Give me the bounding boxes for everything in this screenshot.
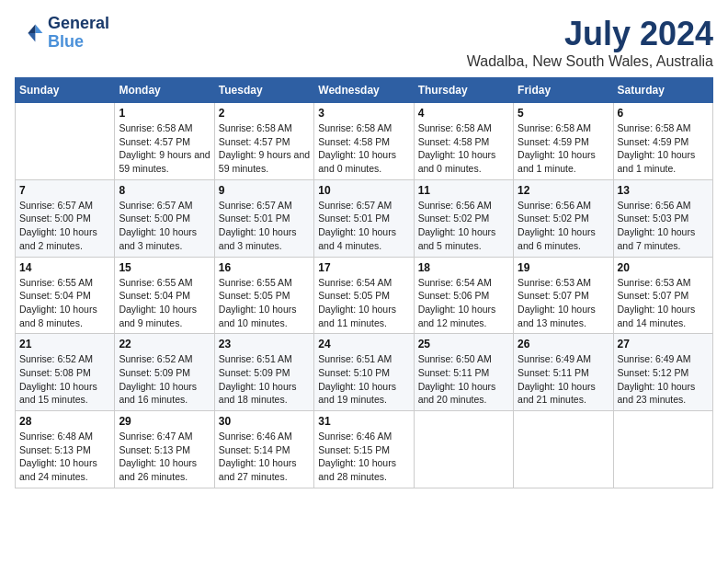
day-info: Sunrise: 6:57 AMSunset: 5:00 PMDaylight:… — [19, 199, 110, 253]
calendar-cell: 23Sunrise: 6:51 AMSunset: 5:09 PMDayligh… — [214, 334, 313, 411]
day-number: 21 — [19, 338, 110, 350]
calendar-cell: 18Sunrise: 6:54 AMSunset: 5:06 PMDayligh… — [414, 257, 513, 334]
calendar-week-5: 28Sunrise: 6:48 AMSunset: 5:13 PMDayligh… — [16, 411, 713, 488]
calendar-cell: 27Sunrise: 6:49 AMSunset: 5:12 PMDayligh… — [613, 334, 712, 411]
day-info: Sunrise: 6:53 AMSunset: 5:07 PMDaylight:… — [518, 276, 609, 330]
day-info: Sunrise: 6:58 AMSunset: 4:57 PMDaylight:… — [219, 121, 310, 176]
day-number: 4 — [418, 107, 509, 120]
day-number: 29 — [119, 415, 210, 428]
day-info: Sunrise: 6:49 AMSunset: 5:11 PMDaylight:… — [518, 352, 609, 407]
calendar-cell — [16, 103, 115, 180]
day-info: Sunrise: 6:47 AMSunset: 5:13 PMDaylight:… — [119, 430, 210, 484]
day-info: Sunrise: 6:51 AMSunset: 5:10 PMDaylight:… — [318, 352, 409, 407]
calendar-cell: 4Sunrise: 6:58 AMSunset: 4:58 PMDaylight… — [414, 103, 513, 180]
header-day-friday: Friday — [514, 78, 613, 103]
calendar-cell: 22Sunrise: 6:52 AMSunset: 5:09 PMDayligh… — [115, 334, 214, 411]
location-title: Wadalba, New South Wales, Australia — [467, 53, 713, 70]
day-info: Sunrise: 6:58 AMSunset: 4:58 PMDaylight:… — [318, 121, 409, 176]
calendar-cell: 14Sunrise: 6:55 AMSunset: 5:04 PMDayligh… — [16, 257, 115, 334]
day-info: Sunrise: 6:58 AMSunset: 4:57 PMDaylight:… — [119, 121, 210, 176]
day-number: 3 — [318, 107, 409, 120]
title-block: July 2024 Wadalba, New South Wales, Aust… — [467, 15, 713, 70]
calendar-week-2: 7Sunrise: 6:57 AMSunset: 5:00 PMDaylight… — [16, 179, 713, 257]
day-info: Sunrise: 6:52 AMSunset: 5:09 PMDaylight:… — [119, 352, 210, 407]
logo-line2: Blue — [48, 33, 109, 52]
calendar-cell: 21Sunrise: 6:52 AMSunset: 5:08 PMDayligh… — [16, 334, 115, 411]
calendar-cell: 15Sunrise: 6:55 AMSunset: 5:04 PMDayligh… — [115, 257, 214, 334]
calendar-header: SundayMondayTuesdayWednesdayThursdayFrid… — [16, 78, 713, 103]
day-info: Sunrise: 6:46 AMSunset: 5:14 PMDaylight:… — [219, 430, 310, 484]
day-info: Sunrise: 6:48 AMSunset: 5:13 PMDaylight:… — [19, 430, 110, 484]
day-info: Sunrise: 6:57 AMSunset: 5:01 PMDaylight:… — [318, 199, 409, 253]
day-number: 18 — [418, 261, 509, 274]
calendar-cell: 3Sunrise: 6:58 AMSunset: 4:58 PMDaylight… — [314, 103, 414, 180]
calendar-cell — [514, 411, 613, 488]
header-day-tuesday: Tuesday — [214, 78, 313, 103]
day-info: Sunrise: 6:54 AMSunset: 5:06 PMDaylight:… — [418, 276, 509, 330]
header-row: SundayMondayTuesdayWednesdayThursdayFrid… — [16, 78, 713, 103]
day-number: 10 — [318, 184, 409, 197]
day-info: Sunrise: 6:58 AMSunset: 4:58 PMDaylight:… — [418, 121, 509, 176]
day-number: 14 — [19, 261, 110, 274]
calendar-cell: 12Sunrise: 6:56 AMSunset: 5:02 PMDayligh… — [514, 179, 613, 257]
calendar-week-1: 1Sunrise: 6:58 AMSunset: 4:57 PMDaylight… — [16, 103, 713, 180]
svg-marker-0 — [35, 24, 42, 33]
logo-line1: General — [48, 15, 109, 33]
day-number: 16 — [219, 261, 310, 274]
logo-text: General Blue — [48, 15, 109, 52]
day-number: 26 — [518, 338, 609, 350]
day-info: Sunrise: 6:56 AMSunset: 5:03 PMDaylight:… — [618, 199, 709, 253]
day-number: 25 — [418, 338, 509, 350]
day-number: 15 — [119, 261, 210, 274]
calendar-cell: 6Sunrise: 6:58 AMSunset: 4:59 PMDaylight… — [613, 103, 712, 180]
calendar-cell: 7Sunrise: 6:57 AMSunset: 5:00 PMDaylight… — [16, 179, 115, 257]
day-info: Sunrise: 6:55 AMSunset: 5:04 PMDaylight:… — [119, 276, 210, 330]
day-number: 8 — [119, 184, 210, 197]
calendar-week-3: 14Sunrise: 6:55 AMSunset: 5:04 PMDayligh… — [16, 257, 713, 334]
day-number: 2 — [219, 107, 310, 120]
day-number: 24 — [318, 338, 409, 350]
day-number: 20 — [618, 261, 709, 274]
calendar-cell: 5Sunrise: 6:58 AMSunset: 4:59 PMDaylight… — [514, 103, 613, 180]
month-title: July 2024 — [467, 15, 713, 53]
calendar-cell: 25Sunrise: 6:50 AMSunset: 5:11 PMDayligh… — [414, 334, 513, 411]
calendar-cell: 16Sunrise: 6:55 AMSunset: 5:05 PMDayligh… — [214, 257, 313, 334]
day-info: Sunrise: 6:56 AMSunset: 5:02 PMDaylight:… — [418, 199, 509, 253]
day-number: 9 — [219, 184, 310, 197]
calendar-cell: 26Sunrise: 6:49 AMSunset: 5:11 PMDayligh… — [514, 334, 613, 411]
day-info: Sunrise: 6:57 AMSunset: 5:01 PMDaylight:… — [219, 199, 310, 253]
calendar-table: SundayMondayTuesdayWednesdayThursdayFrid… — [15, 77, 713, 488]
calendar-cell: 28Sunrise: 6:48 AMSunset: 5:13 PMDayligh… — [16, 411, 115, 488]
header-day-saturday: Saturday — [613, 78, 712, 103]
day-info: Sunrise: 6:52 AMSunset: 5:08 PMDaylight:… — [19, 352, 110, 407]
logo: General Blue — [15, 15, 109, 52]
day-number: 7 — [19, 184, 110, 197]
header-day-wednesday: Wednesday — [314, 78, 414, 103]
logo-icon — [15, 18, 44, 48]
day-info: Sunrise: 6:55 AMSunset: 5:04 PMDaylight:… — [19, 276, 110, 330]
calendar-cell: 17Sunrise: 6:54 AMSunset: 5:05 PMDayligh… — [314, 257, 414, 334]
day-info: Sunrise: 6:49 AMSunset: 5:12 PMDaylight:… — [618, 352, 709, 407]
header-day-thursday: Thursday — [414, 78, 513, 103]
day-number: 5 — [518, 107, 609, 120]
day-number: 6 — [618, 107, 709, 120]
day-number: 11 — [418, 184, 509, 197]
calendar-cell — [613, 411, 712, 488]
day-info: Sunrise: 6:58 AMSunset: 4:59 PMDaylight:… — [618, 121, 709, 176]
svg-marker-2 — [28, 33, 35, 42]
calendar-cell: 24Sunrise: 6:51 AMSunset: 5:10 PMDayligh… — [314, 334, 414, 411]
calendar-cell: 2Sunrise: 6:58 AMSunset: 4:57 PMDaylight… — [214, 103, 313, 180]
header-day-sunday: Sunday — [16, 78, 115, 103]
calendar-cell: 13Sunrise: 6:56 AMSunset: 5:03 PMDayligh… — [613, 179, 712, 257]
calendar-cell: 19Sunrise: 6:53 AMSunset: 5:07 PMDayligh… — [514, 257, 613, 334]
day-info: Sunrise: 6:54 AMSunset: 5:05 PMDaylight:… — [318, 276, 409, 330]
day-info: Sunrise: 6:57 AMSunset: 5:00 PMDaylight:… — [119, 199, 210, 253]
calendar-body: 1Sunrise: 6:58 AMSunset: 4:57 PMDaylight… — [16, 103, 713, 488]
calendar-cell — [414, 411, 513, 488]
calendar-cell: 20Sunrise: 6:53 AMSunset: 5:07 PMDayligh… — [613, 257, 712, 334]
calendar-cell: 1Sunrise: 6:58 AMSunset: 4:57 PMDaylight… — [115, 103, 214, 180]
day-number: 23 — [219, 338, 310, 350]
day-info: Sunrise: 6:50 AMSunset: 5:11 PMDaylight:… — [418, 352, 509, 407]
calendar-cell: 10Sunrise: 6:57 AMSunset: 5:01 PMDayligh… — [314, 179, 414, 257]
day-info: Sunrise: 6:58 AMSunset: 4:59 PMDaylight:… — [518, 121, 609, 176]
